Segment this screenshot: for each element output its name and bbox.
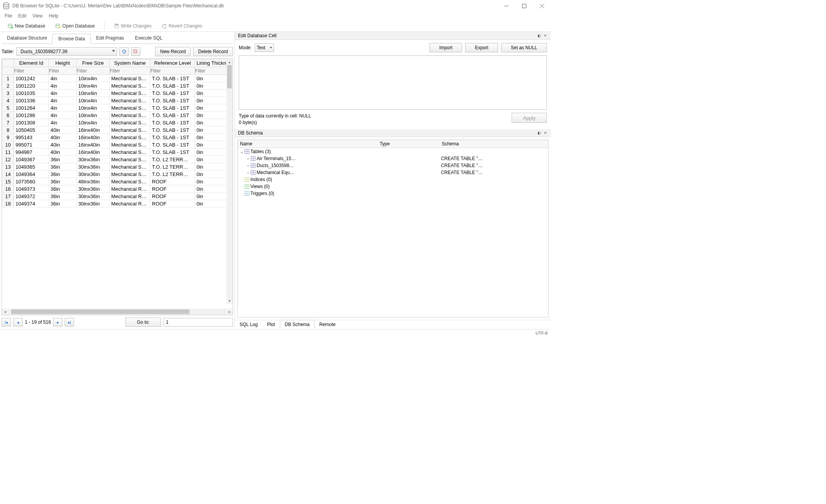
cell[interactable]: Mechanical Su… <box>109 134 150 141</box>
cell[interactable]: Mechanical Re… <box>109 200 150 207</box>
cell[interactable]: Mechanical Su… <box>109 75 150 82</box>
cell[interactable]: Mechanical Su… <box>109 141 150 148</box>
schema-row[interactable]: ⌄Tables (3) <box>238 148 548 155</box>
apply-button[interactable]: Apply <box>512 113 547 123</box>
table-row[interactable]: 210012204in10inx4inMechanical Su…T.O. SL… <box>2 82 233 90</box>
cell-editor[interactable] <box>239 55 547 110</box>
cell[interactable]: Mechanical Su… <box>109 104 150 112</box>
cell[interactable]: 4in <box>49 97 77 104</box>
cell[interactable]: Mechanical Su… <box>109 178 150 185</box>
table-row[interactable]: 310010354in10inx4inMechanical Su…T.O. SL… <box>2 90 233 97</box>
filter-input[interactable] <box>110 68 150 74</box>
table-row[interactable]: 1199498740in16inx40inMechanical Su…T.O. … <box>2 148 233 156</box>
cell[interactable]: Mechanical Su… <box>109 119 150 126</box>
cell[interactable]: 30inx36in <box>76 163 109 171</box>
scroll-down-icon[interactable]: ▾ <box>226 298 233 304</box>
tree-toggle-icon[interactable]: › <box>246 171 250 175</box>
cell[interactable]: T.O. SLAB - 1ST <box>150 141 195 148</box>
cell[interactable]: 1049365 <box>14 163 49 171</box>
cell[interactable]: 4in <box>49 90 77 97</box>
clear-filters-button[interactable] <box>131 47 140 56</box>
cell[interactable]: 40in <box>49 141 77 148</box>
cell[interactable]: 36in <box>49 171 77 178</box>
table-row[interactable]: 999514340in16inx40inMechanical Su…T.O. S… <box>2 134 233 141</box>
cell[interactable]: T.O. SLAB - 1ST <box>150 134 195 141</box>
cell[interactable]: 1049364 <box>14 171 49 178</box>
cell[interactable]: 1001242 <box>14 75 49 82</box>
hscroll-thumb[interactable] <box>11 309 190 314</box>
cell[interactable]: T.O. L2 TERR… <box>150 156 195 163</box>
table-row[interactable]: 17104937236in30inx36inMechanical Re…ROOF… <box>2 193 233 200</box>
table-row[interactable]: 18104937436in30inx36inMechanical Re…ROOF… <box>2 200 233 207</box>
filter-input[interactable] <box>150 68 195 74</box>
table-row[interactable]: 110012424in10inx4inMechanical Su…T.O. SL… <box>2 75 233 82</box>
table-row[interactable]: 510012644in10inx4inMechanical Su…T.O. SL… <box>2 104 233 112</box>
cell[interactable]: 1001035 <box>14 90 49 97</box>
schema-row[interactable]: Triggers (0) <box>238 190 548 197</box>
cell[interactable]: Mechanical Su… <box>109 82 150 90</box>
cell[interactable]: 995071 <box>14 141 49 148</box>
cell[interactable]: Mechanical Su… <box>109 97 150 104</box>
data-table[interactable]: Element IdHeightFree SizeSystem NameRefe… <box>2 59 233 207</box>
next-page-button[interactable]: ▸ <box>53 318 62 326</box>
schema-col-name[interactable]: Name <box>238 140 377 148</box>
cell[interactable]: 30inx36in <box>76 171 109 178</box>
scroll-right-icon[interactable]: ▸ <box>226 309 233 315</box>
schema-col-type[interactable]: Type <box>377 140 439 148</box>
cell[interactable]: 30inx36in <box>76 185 109 193</box>
cell[interactable]: 48inx36in <box>76 178 109 185</box>
cell[interactable]: 4in <box>49 75 77 82</box>
cell[interactable]: 1001220 <box>14 82 49 90</box>
filter-input[interactable] <box>49 68 76 74</box>
table-row[interactable]: 710013084in10inx4inMechanical Su…T.O. SL… <box>2 119 233 126</box>
column-header[interactable]: Free Size <box>76 59 109 67</box>
cell[interactable]: Mechanical Su… <box>109 156 150 163</box>
cell[interactable]: ROOF <box>150 193 195 200</box>
column-header[interactable]: Element Id <box>14 59 49 67</box>
cell[interactable]: ROOF <box>150 185 195 193</box>
open-database-button[interactable]: Open Database <box>52 22 99 30</box>
cell[interactable]: 1049372 <box>14 193 49 200</box>
cell[interactable]: T.O. SLAB - 1ST <box>150 126 195 134</box>
menu-file[interactable]: File <box>2 12 14 19</box>
btab-remote[interactable]: Remote <box>315 320 340 329</box>
cell[interactable]: 40in <box>49 126 77 134</box>
cell[interactable]: 36in <box>49 200 77 207</box>
cell[interactable]: T.O. SLAB - 1ST <box>150 75 195 82</box>
cell[interactable]: Mechanical Su… <box>109 148 150 156</box>
goto-button[interactable]: Go to: <box>126 318 161 327</box>
cell[interactable]: Mechanical Su… <box>109 163 150 171</box>
tree-toggle-icon[interactable]: › <box>246 164 250 168</box>
cell[interactable]: 1001286 <box>14 112 49 119</box>
cell[interactable]: T.O. SLAB - 1ST <box>150 97 195 104</box>
table-row[interactable]: 14104936436in30inx36inMechanical Su…T.O.… <box>2 171 233 178</box>
cell[interactable]: 4in <box>49 119 77 126</box>
cell[interactable]: 1073560 <box>14 178 49 185</box>
cell[interactable]: 10inx4in <box>76 104 109 112</box>
cell[interactable]: 1049374 <box>14 200 49 207</box>
prev-page-button[interactable]: ◂ <box>13 318 22 326</box>
cell[interactable]: 1050405 <box>14 126 49 134</box>
cell[interactable]: 10inx4in <box>76 112 109 119</box>
table-row[interactable]: 15107356036in48inx36inMechanical Su…ROOF… <box>2 178 233 185</box>
tree-toggle-icon[interactable]: ⌄ <box>240 150 244 154</box>
btab-sql-log[interactable]: SQL Log <box>235 320 262 329</box>
delete-record-button[interactable]: Delete Record <box>193 47 233 56</box>
cell[interactable]: 10inx4in <box>76 119 109 126</box>
cell[interactable]: 30inx36in <box>76 193 109 200</box>
cell[interactable]: 40in <box>49 134 77 141</box>
cell[interactable]: 36in <box>49 185 77 193</box>
btab-plot[interactable]: Plot <box>262 320 280 329</box>
table-row[interactable]: 410013364in10inx4inMechanical Su…T.O. SL… <box>2 97 233 104</box>
cell[interactable]: 994987 <box>14 148 49 156</box>
cell[interactable]: 36in <box>49 193 77 200</box>
cell[interactable]: Mechanical Su… <box>109 90 150 97</box>
set-null-button[interactable]: Set as NULL <box>501 43 547 52</box>
cell[interactable]: 10inx4in <box>76 90 109 97</box>
tab-execute-sql[interactable]: Execute SQL <box>129 33 168 43</box>
mode-selector[interactable]: Text <box>255 43 274 52</box>
export-button[interactable]: Export <box>465 43 498 52</box>
schema-row[interactable]: ›Air Terminals_15…CREATE TABLE "… <box>238 155 548 162</box>
cell[interactable]: 1049373 <box>14 185 49 193</box>
cell[interactable]: Mechanical Su… <box>109 112 150 119</box>
